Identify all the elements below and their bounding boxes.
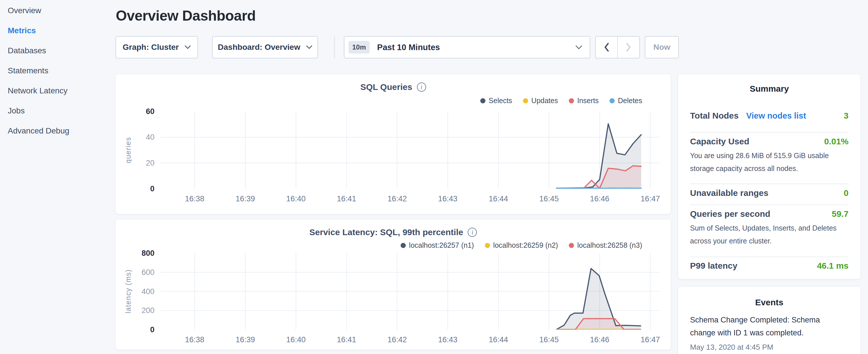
summary-divider bbox=[690, 257, 848, 257]
sidebar-item-jobs[interactable]: Jobs bbox=[0, 101, 115, 121]
chart-title: SQL Queries bbox=[360, 82, 412, 92]
sql-queries-chart-card: SQL Queries i SelectsUpdatesInsertsDelet… bbox=[115, 74, 671, 214]
legend-item[interactable]: Selects bbox=[480, 97, 512, 105]
page-title: Overview Dashboard bbox=[116, 7, 256, 24]
dashboard-dropdown-label: Dashboard: Overview bbox=[218, 43, 300, 52]
legend-dot-icon bbox=[569, 243, 574, 248]
queries-per-second-description: Sum of Selects, Updates, Inserts, and De… bbox=[690, 222, 850, 248]
legend-item[interactable]: Deletes bbox=[610, 97, 642, 105]
prev-time-button[interactable] bbox=[596, 37, 617, 58]
legend-item[interactable]: Updates bbox=[523, 97, 558, 105]
x-axis-tick: 16:38 bbox=[175, 335, 215, 345]
info-icon[interactable]: i bbox=[417, 83, 426, 92]
sidebar-item-overview[interactable]: Overview bbox=[0, 1, 115, 21]
capacity-used-value: 0.01% bbox=[824, 137, 848, 147]
events-heading: Events bbox=[678, 297, 861, 307]
legend-label: Updates bbox=[531, 97, 558, 105]
y-axis-tick: 0 bbox=[123, 184, 154, 194]
sql-queries-plot-area[interactable] bbox=[161, 111, 659, 189]
summary-heading: Summary bbox=[678, 84, 861, 94]
event-message[interactable]: Schema Change Completed: Schema change w… bbox=[690, 314, 828, 340]
chevron-down-icon bbox=[185, 45, 191, 49]
legend-item[interactable]: localhost:26257 (n1) bbox=[401, 241, 474, 250]
legend-label: localhost:26257 (n1) bbox=[409, 241, 474, 250]
x-axis-tick: 16:45 bbox=[529, 194, 569, 204]
total-nodes-value: 3 bbox=[844, 111, 848, 121]
queries-per-second-value: 59.7 bbox=[832, 209, 848, 219]
next-time-button[interactable] bbox=[618, 37, 639, 58]
chart-canvas[interactable] bbox=[161, 111, 659, 189]
x-axis-tick: 16:40 bbox=[276, 335, 316, 345]
info-icon[interactable]: i bbox=[468, 228, 477, 237]
x-axis-tick: 16:39 bbox=[225, 194, 266, 204]
x-axis-tick: 16:46 bbox=[580, 335, 620, 345]
sidebar-item-advanced-debug[interactable]: Advanced Debug bbox=[0, 121, 115, 141]
summary-panel: Summary Total Nodes View nodes list 3 Ca… bbox=[678, 74, 861, 279]
total-nodes-label: Total Nodes bbox=[690, 111, 739, 120]
chart-canvas[interactable] bbox=[161, 253, 659, 330]
graph-scope-dropdown[interactable]: Graph: Cluster bbox=[116, 36, 198, 58]
event-timestamp: May 13, 2020 at 4:45 PM bbox=[690, 343, 773, 352]
legend-label: Inserts bbox=[577, 97, 599, 105]
x-axis-tick: 16:45 bbox=[529, 335, 569, 345]
legend-dot-icon bbox=[480, 98, 486, 103]
legend-item[interactable]: Inserts bbox=[569, 97, 599, 105]
view-nodes-list-link[interactable]: View nodes list bbox=[746, 111, 806, 120]
controls-divider bbox=[334, 36, 335, 58]
x-axis-tick: 16:41 bbox=[327, 194, 367, 204]
now-button[interactable]: Now bbox=[645, 36, 679, 58]
dashboard-dropdown[interactable]: Dashboard: Overview bbox=[212, 36, 318, 58]
y-axis-tick: 40 bbox=[123, 132, 154, 142]
x-axis-tick: 16:38 bbox=[175, 194, 215, 204]
chart-title: Service Latency: SQL, 99th percentile bbox=[309, 227, 463, 237]
time-range-picker[interactable]: 10m Past 10 Minutes bbox=[344, 36, 590, 58]
unavailable-ranges-label: Unavailable ranges bbox=[690, 188, 768, 198]
x-axis-tick: 16:47 bbox=[630, 194, 670, 204]
y-axis-tick: 0 bbox=[123, 325, 154, 334]
events-panel: Events Schema Change Completed: Schema c… bbox=[678, 286, 861, 354]
sidebar-item-statements[interactable]: Statements bbox=[0, 61, 115, 81]
legend-item[interactable]: localhost:26259 (n2) bbox=[485, 241, 558, 250]
summary-row-unavailable-ranges: Unavailable ranges 0 bbox=[690, 188, 848, 198]
y-axis-tick: 60 bbox=[123, 106, 154, 116]
summary-divider bbox=[690, 184, 848, 184]
sidebar-item-databases[interactable]: Databases bbox=[0, 41, 115, 61]
now-button-label: Now bbox=[653, 43, 670, 52]
legend-dot-icon bbox=[485, 243, 490, 248]
time-range-label: Past 10 Minutes bbox=[377, 43, 576, 52]
legend-item[interactable]: localhost:26258 (n3) bbox=[569, 241, 642, 250]
x-axis-tick: 16:40 bbox=[276, 194, 316, 204]
legend-dot-icon bbox=[569, 98, 574, 103]
unavailable-ranges-value: 0 bbox=[844, 188, 848, 198]
chevron-left-icon bbox=[604, 43, 610, 52]
queries-per-second-label: Queries per second bbox=[690, 209, 770, 219]
x-axis-tick: 16:47 bbox=[630, 335, 670, 345]
chart-legend: SelectsUpdatesInsertsDeletes bbox=[480, 97, 642, 105]
y-axis-tick: 800 bbox=[123, 248, 154, 258]
legend-dot-icon bbox=[610, 98, 615, 103]
sidebar: Overview Metrics Databases Statements Ne… bbox=[0, 0, 115, 354]
legend-label: Deletes bbox=[618, 97, 642, 105]
graph-scope-label: Graph: Cluster bbox=[123, 43, 179, 52]
chart-title-row: SQL Queries i bbox=[116, 82, 671, 92]
capacity-used-label: Capacity Used bbox=[690, 137, 749, 147]
sidebar-item-metrics[interactable]: Metrics bbox=[0, 21, 115, 41]
x-axis-tick: 16:43 bbox=[428, 335, 468, 345]
legend-dot-icon bbox=[401, 243, 406, 248]
y-axis-tick: 400 bbox=[123, 287, 154, 296]
sidebar-nav-list: Overview Metrics Databases Statements Ne… bbox=[0, 0, 115, 141]
x-axis-tick: 16:46 bbox=[580, 194, 620, 204]
x-axis-tick: 16:44 bbox=[478, 335, 518, 345]
service-latency-plot-area[interactable] bbox=[161, 253, 659, 330]
sidebar-item-network-latency[interactable]: Network Latency bbox=[0, 81, 115, 101]
time-range-badge: 10m bbox=[348, 41, 370, 54]
x-axis-tick: 16:41 bbox=[327, 335, 367, 345]
x-axis-tick: 16:42 bbox=[377, 194, 417, 204]
chevron-down-icon bbox=[306, 45, 312, 49]
summary-row-p99: P99 latency 46.1 ms bbox=[690, 261, 848, 271]
legend-dot-icon bbox=[523, 98, 528, 103]
x-axis-tick: 16:44 bbox=[478, 194, 518, 204]
summary-row-capacity: Capacity Used 0.01% bbox=[690, 137, 848, 147]
summary-divider bbox=[690, 132, 848, 133]
chart-title-row: Service Latency: SQL, 99th percentile i bbox=[116, 227, 671, 237]
